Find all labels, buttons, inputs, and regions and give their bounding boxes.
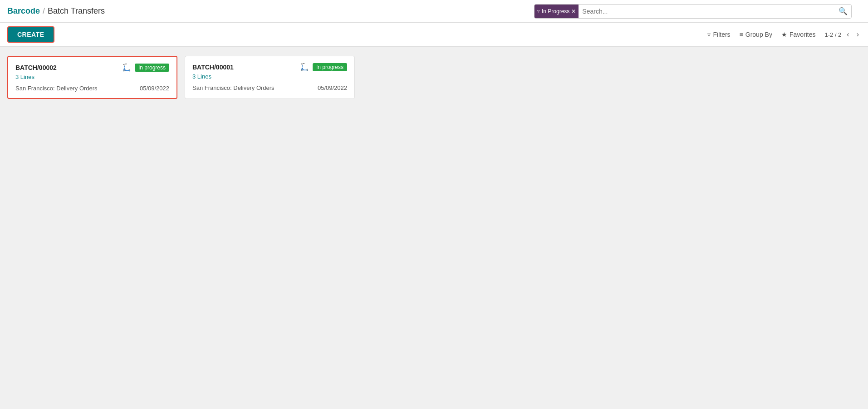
breadcrumb-link[interactable]: Barcode [7,6,40,16]
status-badge: In progress [135,64,169,72]
breadcrumb-separator: / [43,6,45,16]
monitor-icon: 🛴 [300,63,309,71]
filters-button[interactable]: ▿ Filters [707,31,730,38]
card-bottom: San Francisco: Delivery Orders 05/09/202… [15,85,169,92]
create-button[interactable]: CREATE [7,26,54,43]
card-location: San Francisco: Delivery Orders [192,84,275,91]
toolbar-right: ▿ Filters ≡ Group By ★ Favorites 1-2 / 2… [707,30,861,39]
pagination-text: 1-2 / 2 [824,31,841,38]
monitor-icon: 🛴 [122,63,131,72]
card-top-right: 🛴 In progress [122,63,169,72]
filter-tag-close[interactable]: ✕ [571,9,576,14]
card-top: BATCH/00001 🛴 In progress [192,63,347,71]
search-button[interactable]: 🔍 [835,7,851,15]
card-title: BATCH/00001 [192,64,234,71]
batch-card[interactable]: BATCH/00001 🛴 In progress 3 Lines San Fr… [185,56,355,99]
group-by-button[interactable]: ≡ Group By [740,31,772,38]
filter-tag[interactable]: ▿ In Progress ✕ [535,5,579,18]
status-badge: In progress [313,63,347,71]
batch-card[interactable]: BATCH/00002 🛴 In progress 3 Lines San Fr… [7,56,177,99]
card-grid: BATCH/00002 🛴 In progress 3 Lines San Fr… [0,47,868,108]
card-location: San Francisco: Delivery Orders [15,85,98,92]
card-top-right: 🛴 In progress [300,63,347,71]
breadcrumb-current: Batch Transfers [48,6,105,16]
next-page-button[interactable]: › [855,30,861,39]
card-date: 05/09/2022 [140,85,169,92]
breadcrumb: Barcode / Batch Transfers [7,6,105,16]
search-input[interactable] [579,8,835,15]
filters-icon: ▿ [707,31,711,38]
funnel-icon: ▿ [537,8,540,14]
card-lines: 3 Lines [192,73,347,80]
favorites-label: Favorites [790,31,816,38]
toolbar: CREATE ▿ Filters ≡ Group By ★ Favorites … [0,23,868,47]
search-bar: ▿ In Progress ✕ 🔍 [534,4,852,19]
pagination: 1-2 / 2 ‹ › [824,30,861,39]
group-by-icon: ≡ [740,31,743,38]
filters-label: Filters [713,31,730,38]
favorites-icon: ★ [781,31,787,38]
card-title: BATCH/00002 [15,64,57,71]
card-date: 05/09/2022 [318,84,347,91]
page-header: Barcode / Batch Transfers ▿ In Progress … [0,0,868,23]
card-lines: 3 Lines [15,74,169,80]
favorites-button[interactable]: ★ Favorites [781,31,816,38]
filter-tag-label: In Progress [542,8,569,15]
group-by-label: Group By [745,31,772,38]
prev-page-button[interactable]: ‹ [845,30,851,39]
card-bottom: San Francisco: Delivery Orders 05/09/202… [192,84,347,91]
card-top: BATCH/00002 🛴 In progress [15,63,169,72]
